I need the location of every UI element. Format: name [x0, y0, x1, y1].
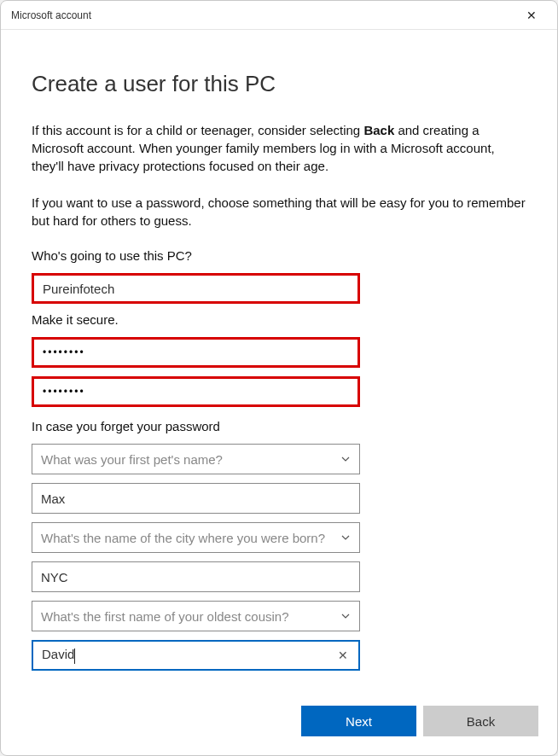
security-answer-1-input[interactable]: Max	[32, 483, 360, 514]
window-title: Microsoft account	[11, 9, 514, 21]
security-q3-text: What's the first name of your oldest cou…	[41, 609, 289, 624]
chevron-down-icon	[340, 452, 351, 467]
security-a2-value: NYC	[41, 570, 351, 584]
password-input[interactable]: ••••••••	[32, 337, 360, 368]
password-value: ••••••••	[43, 346, 349, 358]
titlebar: Microsoft account ✕	[1, 1, 557, 30]
close-icon[interactable]: ✕	[514, 3, 549, 27]
footer: Next Back	[1, 690, 557, 755]
security-a3-value: David	[42, 647, 336, 663]
chevron-down-icon	[340, 609, 351, 624]
content-area: Create a user for this PC If this accoun…	[1, 30, 557, 690]
confirm-password-value: ••••••••	[43, 386, 349, 398]
back-button[interactable]: Back	[423, 706, 538, 736]
security-a1-value: Max	[41, 491, 351, 506]
security-q1-text: What was your first pet's name?	[41, 452, 223, 467]
security-question-3-select[interactable]: What's the first name of your oldest cou…	[32, 601, 360, 631]
description-1: If this account is for a child or teenag…	[32, 121, 526, 175]
next-button[interactable]: Next	[301, 706, 416, 736]
password-label: Make it secure.	[32, 312, 526, 327]
clear-icon[interactable]: ✕	[336, 648, 350, 662]
username-input[interactable]: Pureinfotech	[32, 273, 360, 304]
chevron-down-icon	[340, 531, 351, 545]
security-answer-2-input[interactable]: NYC	[32, 561, 360, 592]
security-label: In case you forget your password	[32, 419, 526, 433]
desc1-bold: Back	[363, 123, 394, 137]
window: Microsoft account ✕ Create a user for th…	[0, 0, 558, 756]
security-question-1-select[interactable]: What was your first pet's name?	[32, 444, 360, 474]
desc1-part-a: If this account is for a child or teenag…	[32, 123, 363, 137]
username-label: Who's going to use this PC?	[32, 248, 526, 263]
page-title: Create a user for this PC	[32, 71, 526, 97]
security-q2-text: What's the name of the city where you we…	[41, 531, 325, 545]
confirm-password-input[interactable]: ••••••••	[32, 376, 360, 407]
description-2: If you want to use a password, choose so…	[32, 194, 526, 230]
security-question-2-select[interactable]: What's the name of the city where you we…	[32, 522, 360, 553]
username-value: Pureinfotech	[43, 282, 349, 296]
security-answer-3-input[interactable]: David ✕	[32, 640, 360, 671]
